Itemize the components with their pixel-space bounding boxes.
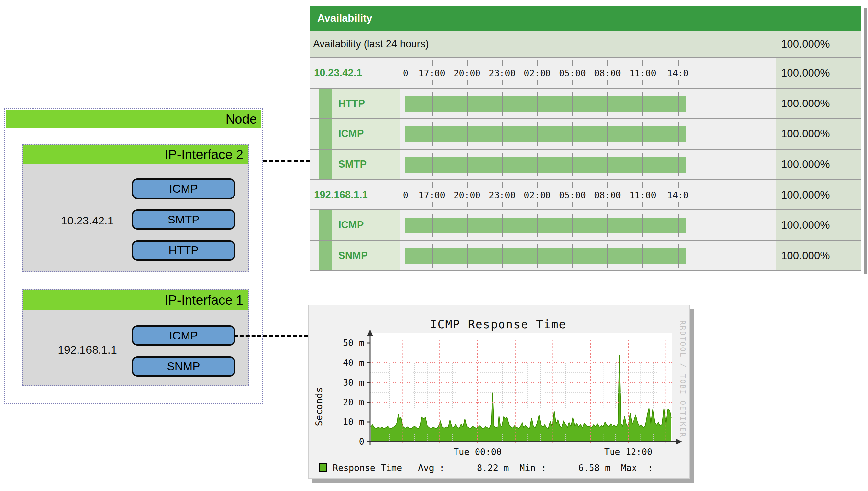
y-tick-label: 30 m <box>335 377 364 387</box>
y-tick-label: 0 <box>335 436 364 446</box>
y-axis-label: Seconds <box>314 372 324 442</box>
availability-table-header: Availability <box>310 6 862 31</box>
availability-summary-row: Availability (last 24 hours) 100.000% <box>310 31 862 58</box>
x-tick-label: Tue 12:00 <box>592 446 664 457</box>
ip-interface-2-box: IP-Interface 2 10.23.42.1 ICMP SMTP HTTP <box>22 144 249 272</box>
availability-table: Availability Availability (last 24 hours… <box>310 6 862 271</box>
bar-ticks <box>310 119 862 149</box>
legend-swatch <box>319 463 328 472</box>
timeline-ticks <box>310 58 862 88</box>
bar-ticks <box>310 89 862 118</box>
x-tick-label: Tue 00:00 <box>441 446 514 457</box>
service-box-icmp: ICMP <box>132 178 235 199</box>
graph-title: ICMP Response Time <box>367 318 629 331</box>
connector-icmp-to-graph <box>234 335 308 337</box>
bar-ticks <box>310 241 862 270</box>
service-row-http: HTTP 100.000% <box>310 89 862 119</box>
service-box-snmp: SNMP <box>132 356 235 377</box>
bar-ticks <box>310 210 862 240</box>
icmp-response-time-graph: ICMP Response Time RRDTOOL / TOBI OETIKE… <box>308 305 690 479</box>
service-box-http: HTTP <box>132 240 235 261</box>
ip-interface-2-title: IP-Interface 2 <box>164 145 243 164</box>
table-drop-shadow <box>864 7 867 275</box>
rrdtool-watermark: RRDTOOL / TOBI OETIKER <box>679 320 687 462</box>
service-row-icmp: ICMP 100.000% <box>310 210 862 241</box>
ip-interface-1-box: IP-Interface 1 192.168.1.1 ICMP SNMP <box>22 289 249 386</box>
availability-value-cell: 100.000% <box>776 31 862 57</box>
ip-interface-2-header: IP-Interface 2 <box>23 145 248 164</box>
node-title: Node <box>225 110 257 128</box>
node-diagram: Node IP-Interface 2 10.23.42.1 ICMP SMTP… <box>4 109 263 404</box>
interface-row-192-168-1-1: 192.168.1.1 0 17:00 20:00 23:00 02:00 05… <box>310 180 862 210</box>
service-row-smtp: SMTP 100.000% <box>310 149 862 180</box>
service-box-icmp: ICMP <box>132 325 235 346</box>
availability-table-title: Availability <box>317 6 372 31</box>
ip-interface-1-header: IP-Interface 1 <box>23 290 248 310</box>
legend-text: Response Time Avg : 8.22 m Min : 6.58 m … <box>333 463 690 473</box>
timeline-ticks <box>310 180 862 209</box>
node-header: Node <box>6 110 261 128</box>
ip-interface-1-title: IP-Interface 1 <box>164 290 243 310</box>
y-tick-label: 10 m <box>335 417 364 427</box>
bar-ticks <box>310 149 862 179</box>
availability-summary-label: Availability (last 24 hours) <box>313 38 429 50</box>
connector-interface2-to-table <box>263 160 310 162</box>
y-tick-label: 40 m <box>335 357 364 368</box>
ip-interface-1-address: 192.168.1.1 <box>46 343 128 356</box>
ip-interface-2-address: 10.23.42.1 <box>46 214 128 227</box>
service-row-icmp: ICMP 100.000% <box>310 119 862 149</box>
interface-row-10-23-42-1: 10.23.42.1 0 17:00 20:00 23:00 02:00 05:… <box>310 58 862 89</box>
service-row-snmp: SNMP 100.000% <box>310 241 862 271</box>
y-tick-label: 50 m <box>335 338 364 348</box>
service-box-smtp: SMTP <box>132 209 235 230</box>
y-tick-label: 20 m <box>335 397 364 407</box>
